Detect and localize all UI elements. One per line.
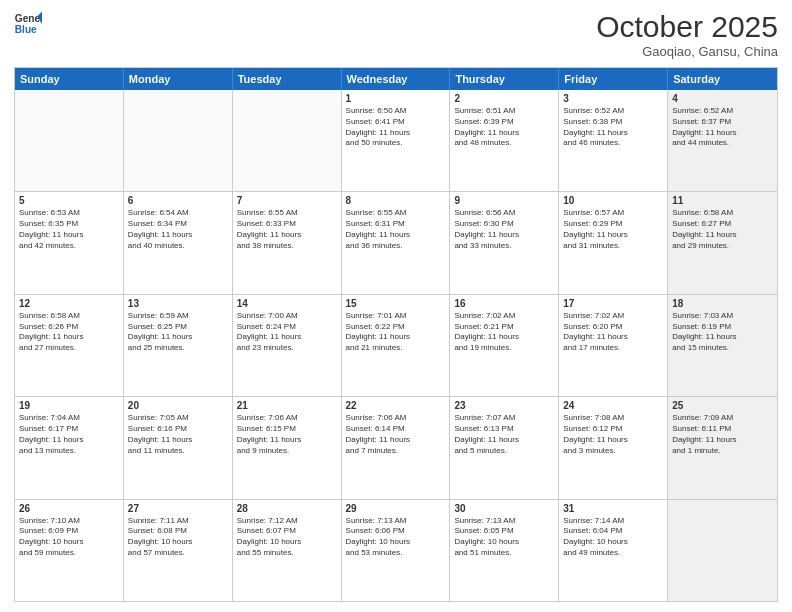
day-info: Sunrise: 6:56 AM Sunset: 6:30 PM Dayligh…: [454, 208, 554, 251]
calendar-row-1: 5Sunrise: 6:53 AM Sunset: 6:35 PM Daylig…: [15, 192, 777, 294]
svg-text:Blue: Blue: [15, 24, 37, 35]
day-info: Sunrise: 7:00 AM Sunset: 6:24 PM Dayligh…: [237, 311, 337, 354]
day-info: Sunrise: 7:05 AM Sunset: 6:16 PM Dayligh…: [128, 413, 228, 456]
calendar-cell-2: 2Sunrise: 6:51 AM Sunset: 6:39 PM Daylig…: [450, 90, 559, 191]
day-info: Sunrise: 7:03 AM Sunset: 6:19 PM Dayligh…: [672, 311, 773, 354]
day-info: Sunrise: 6:50 AM Sunset: 6:41 PM Dayligh…: [346, 106, 446, 149]
calendar-cell-30: 30Sunrise: 7:13 AM Sunset: 6:05 PM Dayli…: [450, 500, 559, 601]
day-number: 3: [563, 93, 663, 104]
day-number: 21: [237, 400, 337, 411]
calendar-cell-26: 26Sunrise: 7:10 AM Sunset: 6:09 PM Dayli…: [15, 500, 124, 601]
calendar-cell-empty-0-2: [233, 90, 342, 191]
day-number: 18: [672, 298, 773, 309]
calendar-cell-empty-4-6: [668, 500, 777, 601]
day-info: Sunrise: 6:55 AM Sunset: 6:33 PM Dayligh…: [237, 208, 337, 251]
weekday-header-saturday: Saturday: [668, 68, 777, 90]
logo: General Blue: [14, 10, 42, 38]
day-info: Sunrise: 6:54 AM Sunset: 6:34 PM Dayligh…: [128, 208, 228, 251]
day-number: 25: [672, 400, 773, 411]
day-number: 15: [346, 298, 446, 309]
calendar-cell-11: 11Sunrise: 6:58 AM Sunset: 6:27 PM Dayli…: [668, 192, 777, 293]
day-number: 22: [346, 400, 446, 411]
day-number: 4: [672, 93, 773, 104]
day-info: Sunrise: 7:13 AM Sunset: 6:05 PM Dayligh…: [454, 516, 554, 559]
day-info: Sunrise: 7:13 AM Sunset: 6:06 PM Dayligh…: [346, 516, 446, 559]
day-info: Sunrise: 6:53 AM Sunset: 6:35 PM Dayligh…: [19, 208, 119, 251]
day-number: 30: [454, 503, 554, 514]
calendar-cell-31: 31Sunrise: 7:14 AM Sunset: 6:04 PM Dayli…: [559, 500, 668, 601]
day-number: 7: [237, 195, 337, 206]
day-info: Sunrise: 7:02 AM Sunset: 6:21 PM Dayligh…: [454, 311, 554, 354]
calendar-cell-13: 13Sunrise: 6:59 AM Sunset: 6:25 PM Dayli…: [124, 295, 233, 396]
day-number: 31: [563, 503, 663, 514]
day-info: Sunrise: 6:51 AM Sunset: 6:39 PM Dayligh…: [454, 106, 554, 149]
day-number: 20: [128, 400, 228, 411]
day-info: Sunrise: 6:55 AM Sunset: 6:31 PM Dayligh…: [346, 208, 446, 251]
day-number: 14: [237, 298, 337, 309]
calendar-cell-23: 23Sunrise: 7:07 AM Sunset: 6:13 PM Dayli…: [450, 397, 559, 498]
calendar-cell-28: 28Sunrise: 7:12 AM Sunset: 6:07 PM Dayli…: [233, 500, 342, 601]
day-info: Sunrise: 7:06 AM Sunset: 6:14 PM Dayligh…: [346, 413, 446, 456]
day-info: Sunrise: 7:06 AM Sunset: 6:15 PM Dayligh…: [237, 413, 337, 456]
calendar-cell-8: 8Sunrise: 6:55 AM Sunset: 6:31 PM Daylig…: [342, 192, 451, 293]
day-number: 1: [346, 93, 446, 104]
calendar-cell-25: 25Sunrise: 7:09 AM Sunset: 6:11 PM Dayli…: [668, 397, 777, 498]
page: General Blue October 2025 Gaoqiao, Gansu…: [0, 0, 792, 612]
weekday-header-wednesday: Wednesday: [342, 68, 451, 90]
calendar-cell-22: 22Sunrise: 7:06 AM Sunset: 6:14 PM Dayli…: [342, 397, 451, 498]
weekday-header-friday: Friday: [559, 68, 668, 90]
day-number: 2: [454, 93, 554, 104]
day-info: Sunrise: 7:10 AM Sunset: 6:09 PM Dayligh…: [19, 516, 119, 559]
day-number: 29: [346, 503, 446, 514]
day-number: 11: [672, 195, 773, 206]
calendar-cell-29: 29Sunrise: 7:13 AM Sunset: 6:06 PM Dayli…: [342, 500, 451, 601]
weekday-header-monday: Monday: [124, 68, 233, 90]
day-info: Sunrise: 6:52 AM Sunset: 6:37 PM Dayligh…: [672, 106, 773, 149]
title-block: October 2025 Gaoqiao, Gansu, China: [596, 10, 778, 59]
day-info: Sunrise: 7:01 AM Sunset: 6:22 PM Dayligh…: [346, 311, 446, 354]
weekday-header-sunday: Sunday: [15, 68, 124, 90]
day-info: Sunrise: 7:09 AM Sunset: 6:11 PM Dayligh…: [672, 413, 773, 456]
calendar-cell-empty-0-1: [124, 90, 233, 191]
calendar-cell-14: 14Sunrise: 7:00 AM Sunset: 6:24 PM Dayli…: [233, 295, 342, 396]
calendar-row-4: 26Sunrise: 7:10 AM Sunset: 6:09 PM Dayli…: [15, 500, 777, 601]
calendar-cell-6: 6Sunrise: 6:54 AM Sunset: 6:34 PM Daylig…: [124, 192, 233, 293]
calendar-cell-17: 17Sunrise: 7:02 AM Sunset: 6:20 PM Dayli…: [559, 295, 668, 396]
calendar-cell-empty-0-0: [15, 90, 124, 191]
day-number: 5: [19, 195, 119, 206]
day-info: Sunrise: 7:02 AM Sunset: 6:20 PM Dayligh…: [563, 311, 663, 354]
day-info: Sunrise: 7:07 AM Sunset: 6:13 PM Dayligh…: [454, 413, 554, 456]
day-number: 6: [128, 195, 228, 206]
calendar-cell-4: 4Sunrise: 6:52 AM Sunset: 6:37 PM Daylig…: [668, 90, 777, 191]
calendar-cell-24: 24Sunrise: 7:08 AM Sunset: 6:12 PM Dayli…: [559, 397, 668, 498]
calendar-cell-10: 10Sunrise: 6:57 AM Sunset: 6:29 PM Dayli…: [559, 192, 668, 293]
day-info: Sunrise: 6:58 AM Sunset: 6:26 PM Dayligh…: [19, 311, 119, 354]
day-info: Sunrise: 6:59 AM Sunset: 6:25 PM Dayligh…: [128, 311, 228, 354]
logo-icon: General Blue: [14, 10, 42, 38]
day-number: 17: [563, 298, 663, 309]
day-number: 10: [563, 195, 663, 206]
day-info: Sunrise: 7:08 AM Sunset: 6:12 PM Dayligh…: [563, 413, 663, 456]
day-number: 28: [237, 503, 337, 514]
day-info: Sunrise: 6:57 AM Sunset: 6:29 PM Dayligh…: [563, 208, 663, 251]
day-number: 23: [454, 400, 554, 411]
month-title: October 2025: [596, 10, 778, 44]
calendar-row-2: 12Sunrise: 6:58 AM Sunset: 6:26 PM Dayli…: [15, 295, 777, 397]
day-number: 12: [19, 298, 119, 309]
calendar-cell-16: 16Sunrise: 7:02 AM Sunset: 6:21 PM Dayli…: [450, 295, 559, 396]
day-info: Sunrise: 7:04 AM Sunset: 6:17 PM Dayligh…: [19, 413, 119, 456]
calendar-row-3: 19Sunrise: 7:04 AM Sunset: 6:17 PM Dayli…: [15, 397, 777, 499]
calendar-row-0: 1Sunrise: 6:50 AM Sunset: 6:41 PM Daylig…: [15, 90, 777, 192]
day-number: 8: [346, 195, 446, 206]
calendar-cell-18: 18Sunrise: 7:03 AM Sunset: 6:19 PM Dayli…: [668, 295, 777, 396]
day-info: Sunrise: 6:52 AM Sunset: 6:38 PM Dayligh…: [563, 106, 663, 149]
calendar-cell-1: 1Sunrise: 6:50 AM Sunset: 6:41 PM Daylig…: [342, 90, 451, 191]
calendar-cell-5: 5Sunrise: 6:53 AM Sunset: 6:35 PM Daylig…: [15, 192, 124, 293]
day-number: 24: [563, 400, 663, 411]
day-number: 9: [454, 195, 554, 206]
calendar-cell-15: 15Sunrise: 7:01 AM Sunset: 6:22 PM Dayli…: [342, 295, 451, 396]
day-info: Sunrise: 7:12 AM Sunset: 6:07 PM Dayligh…: [237, 516, 337, 559]
weekday-header-tuesday: Tuesday: [233, 68, 342, 90]
day-info: Sunrise: 7:14 AM Sunset: 6:04 PM Dayligh…: [563, 516, 663, 559]
day-number: 26: [19, 503, 119, 514]
